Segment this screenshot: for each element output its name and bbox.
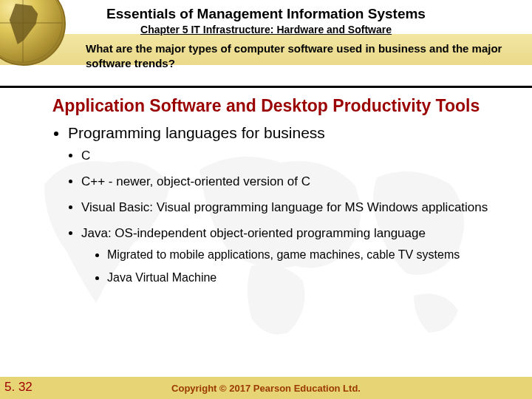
slide-content: Programming languages for business C C++…: [52, 124, 502, 295]
chapter-question-wrap: What are the major types of computer sof…: [86, 41, 517, 70]
copyright-text: Copyright © 2017 Pearson Education Ltd.: [171, 383, 361, 394]
bullet-main: Programming languages for business: [68, 124, 502, 142]
header-divider: [0, 86, 532, 88]
page-number: 5. 32: [4, 380, 33, 395]
footer-bar: Copyright © 2017 Pearson Education Ltd.: [0, 377, 532, 399]
book-title: Essentials of Management Information Sys…: [0, 6, 532, 22]
chapter-label: Chapter 5 IT Infrastructure: Hardware an…: [0, 24, 532, 35]
chapter-question: What are the major types of computer sof…: [86, 41, 517, 70]
bullet-item: Java: OS-independent object-oriented pro…: [81, 225, 502, 286]
slide-header: Essentials of Management Information Sys…: [0, 0, 532, 35]
bullet-item: Visual Basic: Visual programming languag…: [81, 200, 502, 216]
bullet-item: C++ - newer, object-oriented version of …: [81, 174, 502, 191]
bullet-item: C: [81, 148, 502, 165]
bullet-subitem: Java Virtual Machine: [107, 270, 502, 286]
bullet-subitem: Migrated to mobile applications, game ma…: [107, 247, 502, 263]
bullet-item-text: Java: OS-independent object-oriented pro…: [81, 226, 426, 240]
section-title: Application Software and Desktop Product…: [0, 96, 532, 116]
